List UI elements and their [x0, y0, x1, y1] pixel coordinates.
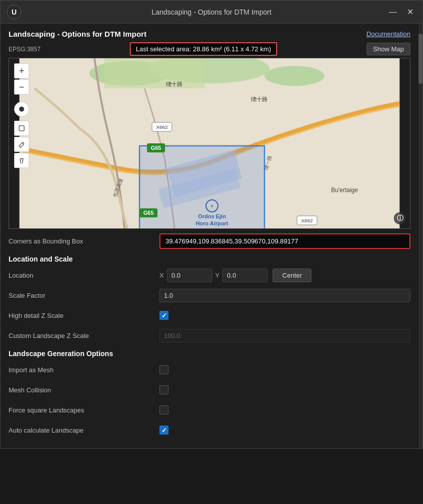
high-detail-checkbox[interactable]: ✓ [159, 311, 168, 320]
custom-landscape-label: Custom Landscape Z Scale [9, 332, 159, 340]
map-edit-button[interactable] [14, 121, 29, 136]
map-container[interactable]: + Ordos Ejin Horo Airport 包茂高速 绕十路 绕十路 绕… [9, 58, 410, 229]
high-detail-row: High detail Z Scale ✓ [9, 307, 410, 323]
svg-text:U: U [12, 8, 17, 16]
location-dot-button[interactable] [14, 102, 29, 117]
bounding-box-value [159, 233, 410, 249]
zoom-in-button[interactable]: + [14, 63, 29, 78]
import-mesh-row: Import as Mesh [9, 362, 410, 378]
scrollbar-thumb[interactable] [418, 34, 422, 84]
import-mesh-checkbox[interactable] [159, 365, 168, 374]
svg-text:绕十路: 绕十路 [166, 81, 183, 87]
map-info-button[interactable]: ⓘ [394, 212, 406, 224]
map-controls: + − [14, 63, 29, 168]
force-square-row: Force square Landscapes [9, 402, 410, 418]
close-button[interactable]: ✕ [404, 6, 416, 18]
import-mesh-checkbox-wrapper [159, 365, 168, 374]
svg-rect-7 [105, 58, 205, 89]
title-bar-controls: — ✕ [386, 6, 416, 18]
svg-text:G65: G65 [143, 210, 154, 216]
high-detail-label: High detail Z Scale [9, 312, 159, 319]
scale-factor-value [159, 289, 410, 302]
svg-rect-29 [19, 126, 24, 131]
main-content: Landscaping - Options for DTM Import Doc… [1, 24, 422, 448]
location-label: Location [9, 272, 159, 279]
zoom-out-button[interactable]: − [14, 79, 29, 95]
auto-calc-label: Auto calculate Landscape [9, 427, 159, 434]
x-label: X [159, 272, 164, 279]
svg-text:绕十路: 绕十路 [251, 96, 268, 102]
landscape-gen-section: Landscape Generation Options [9, 350, 410, 358]
main-window: U Landscaping - Options for DTM Import —… [0, 0, 423, 449]
map-delete-button[interactable] [14, 153, 29, 168]
title-bar-left: U [7, 5, 22, 20]
svg-text:Ordos Ejin: Ordos Ejin [198, 213, 226, 219]
custom-landscape-input [159, 329, 410, 343]
mesh-collision-label: Mesh Collision [9, 386, 159, 394]
mesh-collision-checkbox[interactable] [159, 385, 168, 394]
high-detail-checkbox-wrapper: ✓ [159, 311, 168, 320]
window-title: Landscaping - Options for DTM Import [151, 8, 271, 16]
documentation-link[interactable]: Documentation [367, 30, 410, 38]
area-info-box: Last selected area: 28.86 km² (6.11 x 4.… [130, 42, 277, 56]
svg-text:G65: G65 [151, 145, 161, 151]
force-square-checkbox[interactable] [159, 405, 168, 414]
custom-landscape-value [159, 329, 410, 343]
y-label: Y [215, 272, 220, 279]
svg-text:Bu'ertaige: Bu'ertaige [331, 187, 358, 194]
high-detail-checkmark: ✓ [161, 312, 167, 319]
location-row: Location X Y Center [9, 267, 410, 283]
auto-calc-checkmark: ✓ [161, 427, 167, 434]
bounding-box-input[interactable] [159, 233, 410, 249]
map-svg: + Ordos Ejin Horo Airport 包茂高速 绕十路 绕十路 绕… [9, 58, 410, 228]
auto-calc-checkbox[interactable]: ✓ [159, 426, 168, 435]
scale-factor-row: Scale Factor [9, 287, 410, 303]
svg-text:X662: X662 [301, 218, 313, 223]
x-input[interactable] [167, 269, 212, 282]
epsg-label: EPSG:3857 [9, 46, 40, 53]
scale-factor-label: Scale Factor [9, 292, 159, 299]
epsg-row: EPSG:3857 Last selected area: 28.86 km² … [9, 42, 410, 56]
svg-text:X662: X662 [156, 124, 168, 130]
main-inner: Landscaping - Options for DTM Import Doc… [1, 24, 422, 448]
location-inputs: X Y Center [159, 269, 410, 282]
minimize-button[interactable]: — [386, 6, 400, 18]
mesh-collision-row: Mesh Collision [9, 382, 410, 398]
area-info-text: Last selected area: 28.86 km² (6.11 x 4.… [136, 45, 271, 53]
map-tool-buttons [14, 121, 29, 168]
bounding-box-label: Corners as Bounding Box [9, 237, 159, 245]
import-mesh-label: Import as Mesh [9, 366, 159, 374]
map-area: EPSG:3857 Last selected area: 28.86 km² … [9, 42, 410, 229]
y-input[interactable] [222, 269, 268, 282]
scale-factor-input[interactable] [159, 289, 410, 302]
panel-header: Landscaping - Options for DTM Import Doc… [9, 30, 410, 38]
auto-calc-checkbox-wrapper: ✓ [159, 426, 168, 435]
svg-text:Horo Airport: Horo Airport [196, 220, 228, 226]
bounding-box-row: Corners as Bounding Box [9, 233, 410, 249]
svg-point-6 [265, 66, 324, 86]
scrollbar[interactable] [418, 24, 422, 448]
auto-calc-row: Auto calculate Landscape ✓ [9, 422, 410, 438]
ue-logo-icon: U [7, 5, 22, 20]
location-scale-section: Location and Scale [9, 255, 410, 263]
center-button[interactable]: Center [273, 269, 311, 282]
show-map-button[interactable]: Show Map [367, 43, 410, 55]
custom-landscape-row: Custom Landscape Z Scale [9, 327, 410, 344]
svg-point-28 [19, 107, 24, 112]
mesh-collision-checkbox-wrapper [159, 385, 168, 394]
force-square-checkbox-wrapper [159, 405, 168, 414]
map-edit2-button[interactable] [14, 137, 29, 152]
force-square-label: Force square Landscapes [9, 406, 159, 414]
svg-text:+: + [211, 203, 214, 209]
title-bar: U Landscaping - Options for DTM Import —… [1, 1, 422, 24]
panel-title: Landscaping - Options for DTM Import [9, 30, 146, 38]
